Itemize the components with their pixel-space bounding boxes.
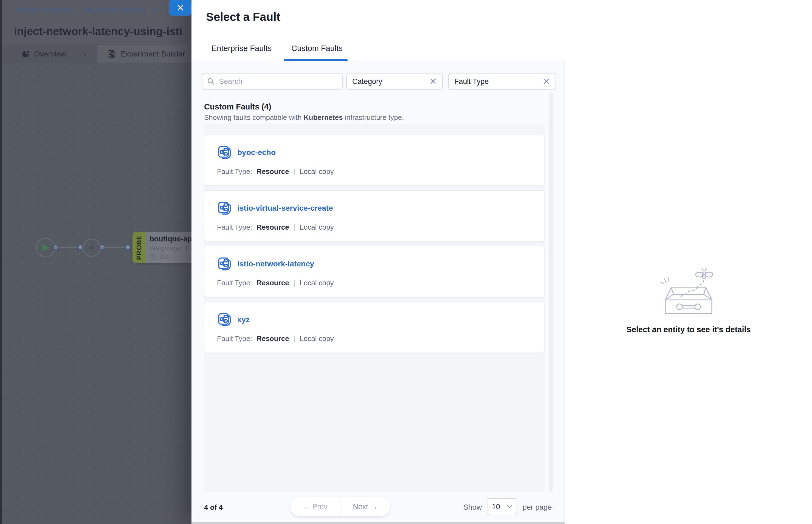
horizontal-scrollbar[interactable]: [192, 522, 565, 524]
fault-list: byoc-echo Fault Type: Resource | Local c…: [204, 124, 545, 492]
search-icon: [207, 77, 215, 86]
fault-card[interactable]: byoc-echo Fault Type: Resource | Local c…: [204, 135, 545, 186]
fault-icon: [217, 256, 232, 272]
meta-divider: |: [294, 223, 296, 232]
clear-category-icon[interactable]: ✕: [429, 77, 437, 86]
empty-state-text: Select an entity to see it's details: [565, 325, 812, 334]
fault-type-label: Fault Type:: [217, 279, 252, 287]
fault-type-filter-label: Fault Type: [454, 77, 489, 86]
list-subtitle: Showing faults compatible with Kubernete…: [204, 113, 404, 122]
list-scrollbar[interactable]: [549, 93, 553, 492]
fault-icon: [217, 145, 232, 160]
empty-drawer-icon: [657, 267, 720, 317]
list-heading: Custom Faults (4): [204, 102, 271, 111]
tab-custom-faults[interactable]: Custom Faults: [291, 44, 343, 53]
fault-type-label: Fault Type:: [217, 334, 252, 343]
search-input-wrapper: [202, 73, 343, 90]
fault-type-value: Resource: [256, 167, 289, 176]
search-input[interactable]: [218, 77, 338, 86]
clear-fault-type-icon[interactable]: ✕: [543, 77, 550, 86]
show-label: Show: [463, 503, 482, 512]
fault-name-link[interactable]: istio-network-latency: [237, 260, 314, 268]
tab-enterprise-faults[interactable]: Enterprise Faults: [212, 44, 271, 53]
fault-type-value: Resource: [256, 334, 289, 343]
select-fault-modal: ✕ Select a Fault Enterprise Faults Custo…: [192, 0, 812, 524]
fault-card[interactable]: istio-virtual-service-create Fault Type:…: [204, 191, 545, 242]
local-copy-label: Local copy: [300, 167, 334, 176]
fault-name-link[interactable]: xyz: [237, 315, 250, 324]
next-page-button[interactable]: Next →: [341, 503, 391, 511]
fault-type-value: Resource: [256, 279, 289, 287]
active-tab-underline: [284, 59, 348, 61]
fault-type-filter[interactable]: Fault Type ✕: [448, 73, 556, 90]
meta-divider: |: [294, 167, 296, 176]
close-button[interactable]: ✕: [169, 0, 192, 16]
page-size-select[interactable]: 10: [487, 498, 517, 515]
fault-name-link[interactable]: byoc-echo: [237, 148, 276, 157]
pager: ← Prev Next →: [290, 497, 390, 516]
fault-icon: [217, 200, 232, 216]
prev-page-button[interactable]: ← Prev: [290, 503, 340, 511]
page-size-value: 10: [492, 503, 500, 511]
local-copy-label: Local copy: [300, 334, 334, 343]
modal-backdrop[interactable]: [0, 0, 192, 524]
meta-divider: |: [294, 334, 296, 343]
fault-card[interactable]: istio-network-latency Fault Type: Resour…: [204, 246, 545, 297]
chevron-down-icon: [507, 505, 512, 508]
modal-title: Select a Fault: [206, 11, 280, 23]
close-icon: ✕: [176, 2, 184, 14]
category-filter-label: Category: [352, 77, 382, 86]
fault-name-link[interactable]: istio-virtual-service-create: [237, 204, 333, 213]
fault-type-label: Fault Type:: [217, 167, 252, 176]
local-copy-label: Local copy: [300, 279, 334, 287]
local-copy-label: Local copy: [300, 223, 334, 232]
fault-details-panel: Select an entity to see it's details: [565, 61, 812, 524]
fault-icon: [217, 312, 232, 327]
fault-card[interactable]: xyz Fault Type: Resource | Local copy: [204, 302, 545, 353]
empty-state: Select an entity to see it's details: [565, 267, 812, 334]
category-filter[interactable]: Category ✕: [346, 73, 443, 90]
per-page-label: per page: [523, 503, 552, 512]
page-count: 4 of 4: [204, 503, 223, 512]
meta-divider: |: [294, 279, 296, 287]
pagination-divider: [192, 492, 565, 492]
fault-type-label: Fault Type:: [217, 223, 252, 232]
fault-type-value: Resource: [256, 223, 289, 232]
